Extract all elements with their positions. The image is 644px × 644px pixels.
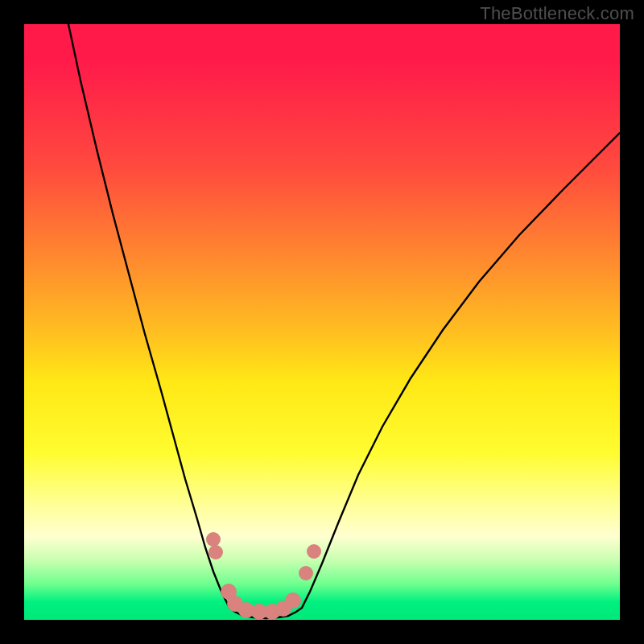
- watermark-text: TheBottleneck.com: [480, 3, 634, 24]
- bead-markers: [206, 532, 321, 620]
- curve-right: [302, 133, 620, 608]
- chart-svg: [24, 24, 620, 620]
- plot-area: [24, 24, 620, 620]
- chart-frame: TheBottleneck.com: [0, 0, 644, 644]
- bead-marker: [285, 592, 301, 609]
- bead-marker: [299, 566, 313, 580]
- bead-marker: [208, 545, 223, 559]
- bead-marker: [206, 532, 221, 547]
- bead-marker: [307, 544, 321, 559]
- curve-left: [68, 24, 229, 608]
